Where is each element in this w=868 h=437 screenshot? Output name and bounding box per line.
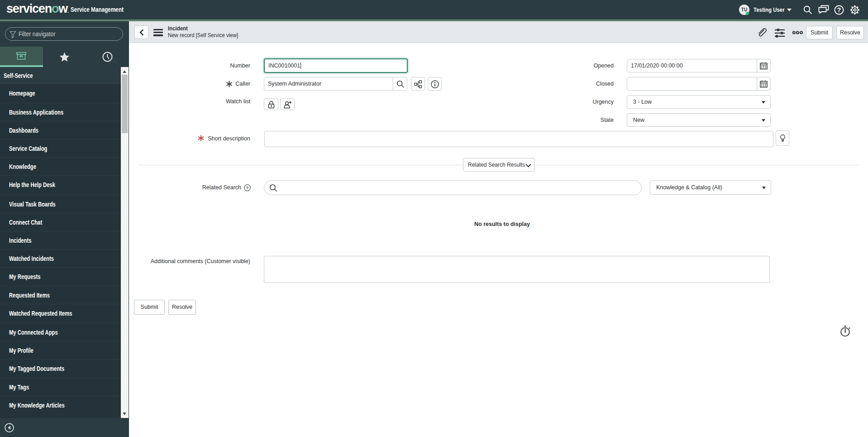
svg-text:?: ?: [837, 6, 841, 14]
svg-text:?: ?: [246, 185, 249, 190]
